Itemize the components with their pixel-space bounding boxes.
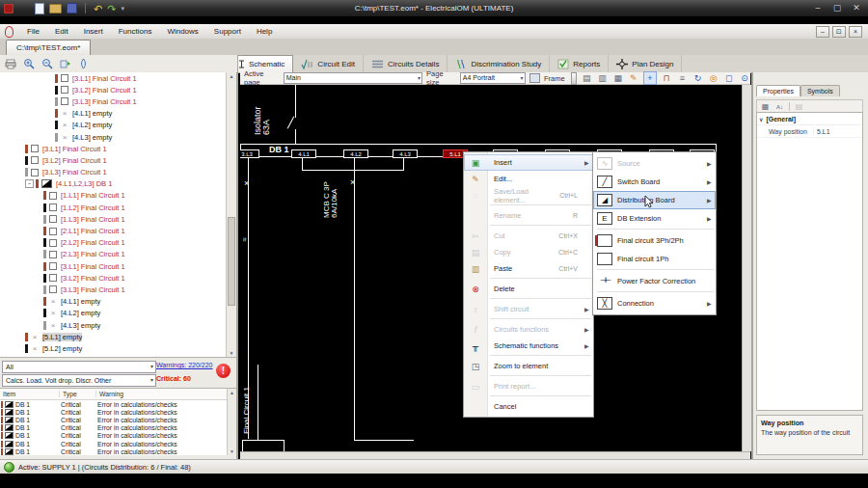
column-item[interactable]: Item [0, 391, 60, 397]
tree-item[interactable]: × [4.L1] empty [0, 296, 236, 308]
context-menu-item[interactable]: ▭ Print report... [464, 378, 593, 394]
redo-icon[interactable]: ↷ [107, 4, 116, 14]
property-value[interactable]: 5.L1 [813, 128, 862, 135]
insert-submenu-item[interactable]: ◢ Distribution Board ▶ [593, 191, 716, 209]
checkbox-icon[interactable] [49, 203, 57, 211]
warning-row[interactable]: DB 1 Critical Error in calculations/chec… [0, 440, 236, 447]
tab-reports[interactable]: Reports [550, 55, 609, 72]
tree-item[interactable]: - × [4.L1,L2,L3] DB 1 [0, 178, 236, 190]
zoom-icon[interactable]: ⊙ [739, 72, 750, 84]
menu-help[interactable]: Help [249, 27, 280, 36]
way-box[interactable]: 4.L3 [393, 149, 418, 158]
tree-item[interactable]: × [5.L2] empty [0, 342, 236, 354]
zoom-out-icon[interactable] [40, 57, 54, 70]
context-menu-item[interactable]: ╥ Schematic functions ▶ [464, 338, 593, 354]
tree-scrollbar[interactable]: ▲ ▼ [226, 72, 236, 357]
property-row[interactable]: Way position 5.L1 [757, 125, 862, 138]
menu-file[interactable]: File [19, 27, 47, 36]
tree-item[interactable]: × [2.L2] Final Circuit 1 [0, 237, 236, 249]
tree-item[interactable]: × [3.L1] Final Circuit 1 [0, 260, 236, 272]
tab-symbols[interactable]: Symbols [800, 85, 840, 96]
refresh-tree-icon[interactable] [58, 57, 72, 70]
checkbox-icon[interactable] [31, 156, 39, 164]
move-icon[interactable]: + [643, 71, 657, 85]
tree-item[interactable]: × [4.L3] empty [0, 319, 236, 331]
way-box[interactable]: 4.L2 [343, 149, 368, 158]
zoom-slider-handle[interactable] [571, 72, 578, 85]
insert-submenu-item[interactable]: Final circuit 3Ph/2Ph [593, 231, 716, 250]
warnings-count-link[interactable]: Warnings: 220/220 [156, 362, 213, 368]
column-type[interactable]: Type [60, 391, 96, 397]
frame-icon[interactable] [529, 73, 540, 83]
insert-submenu-item[interactable]: ⊣⊢ Power Factor Correction [593, 272, 716, 290]
insert-submenu-item[interactable]: Final circuit 1Ph [593, 250, 716, 268]
align-icon[interactable]: ≡ [676, 72, 688, 84]
column-warning[interactable]: Warning [96, 391, 236, 397]
tree-item[interactable]: × [1.L1] Final Circuit 1 [0, 190, 236, 202]
expander-icon[interactable]: - [25, 179, 34, 188]
warning-row[interactable]: DB 1 Critical Error in calculations/chec… [0, 408, 236, 416]
menu-windows[interactable]: Windows [159, 27, 205, 36]
tree-item[interactable]: × [4.L2] empty [0, 120, 236, 131]
checkbox-icon[interactable] [49, 215, 57, 223]
tab-discrimination-study[interactable]: Discrimination Study [448, 55, 550, 72]
checkbox-icon[interactable] [49, 251, 57, 258]
print-preview-icon[interactable]: ▦ [612, 72, 624, 84]
mdi-restore-button[interactable]: ⊡ [832, 26, 846, 38]
context-menu-item[interactable]: ◌ Save/Load element... Ctrl+L [464, 187, 593, 203]
open-file-icon[interactable] [49, 4, 62, 14]
quick-access-dropdown-icon[interactable]: ▾ [121, 5, 124, 13]
close-button[interactable]: ✕ [851, 2, 862, 14]
tree-item[interactable]: × [3.L3] Final Circuit 1 [0, 95, 236, 107]
checkbox-icon[interactable] [61, 86, 68, 94]
tree-item[interactable]: × [1.L3] Final Circuit 1 [0, 213, 236, 225]
mdi-close-button[interactable]: × [849, 26, 862, 38]
tab-plan-design[interactable]: Plan Design [609, 55, 682, 72]
context-menu-item[interactable]: ▤ Copy Ctrl+C [464, 244, 593, 260]
refresh-icon[interactable]: ↻ [692, 72, 703, 84]
menu-support[interactable]: Support [206, 27, 249, 36]
insert-submenu-item[interactable]: ╱ Switch Board ▶ [593, 173, 716, 191]
checkbox-icon[interactable] [61, 74, 68, 82]
tree-item[interactable]: × [3.L3] Final Circuit 1 [0, 284, 236, 295]
context-menu-item[interactable]: Cancel [464, 398, 593, 415]
insert-submenu-item[interactable]: ∿ Source ▶ [593, 154, 716, 173]
warnings-scope-select[interactable]: All ▾ [2, 361, 156, 373]
warning-row[interactable]: DB 1 Critical Error in calculations/chec… [0, 416, 236, 423]
warnings-scrollbar[interactable]: ▲ ▼ [227, 389, 236, 455]
scroll-thumb[interactable] [228, 217, 235, 306]
tree-item[interactable]: × [4.L1] empty [0, 108, 236, 120]
menu-edit[interactable]: Edit [47, 27, 76, 36]
save-icon[interactable] [67, 3, 77, 14]
page-size-select[interactable]: A4 Portrait ▾ [460, 72, 526, 84]
context-menu-item[interactable]: f Circuits functions ▶ [464, 321, 593, 338]
export-icon[interactable]: ▥ [596, 72, 608, 84]
warning-row[interactable]: DB 1 Critical Error in calculations/chec… [0, 432, 236, 440]
tree-item[interactable]: × [5.L1] empty [0, 331, 236, 342]
context-menu-item[interactable]: ⊗ Delete [464, 281, 593, 297]
scroll-down-icon[interactable]: ▼ [227, 350, 236, 356]
way-box[interactable]: 4.L1 [291, 149, 316, 158]
ruler-icon[interactable]: ⊓ [661, 72, 672, 84]
property-group[interactable]: ∨ [General] [757, 113, 862, 125]
tree-item[interactable]: × [3.L1] Final Circuit 1 [0, 72, 236, 84]
scroll-up-icon[interactable]: ▲ [227, 73, 236, 79]
checkbox-icon[interactable] [31, 145, 39, 152]
checkbox-icon[interactable] [49, 239, 57, 247]
context-menu-item[interactable]: ◳ Zoom to element [464, 358, 593, 374]
new-file-icon[interactable] [35, 3, 44, 14]
context-menu-item[interactable]: ▣ Insert ▶ [464, 154, 593, 171]
tree-item[interactable]: × [3.L2] Final Circuit 1 [0, 84, 236, 95]
tree-item[interactable]: × [2.L3] Final Circuit 1 [0, 249, 236, 260]
context-menu-item[interactable]: Rename R [464, 207, 593, 224]
warnings-type-select[interactable]: Calcs. Load. Volt drop. Discr. Other ▾ [2, 374, 156, 387]
categorize-icon[interactable]: ▦ [760, 101, 771, 113]
maximize-button[interactable]: ▢ [831, 2, 843, 14]
tab-circuit-edit[interactable]: Circuit Edit [293, 55, 364, 72]
tree-item[interactable]: × [4.L2] empty [0, 308, 236, 319]
checkbox-icon[interactable] [49, 285, 57, 293]
validate-icon[interactable] [76, 57, 91, 70]
checkbox-icon[interactable] [31, 169, 39, 176]
warning-row[interactable]: DB 1 Critical Error in calculations/chec… [0, 424, 236, 432]
context-menu-item[interactable]: ▥ Paste Ctrl+V [464, 260, 593, 277]
